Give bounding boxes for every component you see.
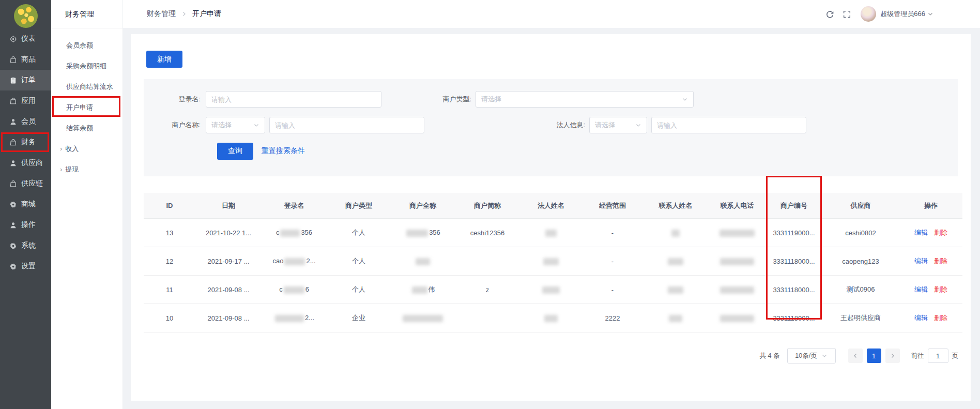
redacted-blur [545,230,557,237]
table-cell [520,304,582,332]
table-cell [643,276,708,304]
page-number-1[interactable]: 1 [867,349,881,363]
submenu-item-account-opening[interactable]: 开户申请 [51,97,122,118]
row-actions-cell: 编辑删除 [899,276,962,304]
user-avatar[interactable] [861,6,876,22]
merchant-type-placeholder: 请选择 [481,95,501,104]
column-header: 商户全称 [391,193,455,219]
sidebar-item-finance[interactable]: 财务 [0,132,51,153]
add-button[interactable]: 新增 [146,51,182,68]
chevron-down-icon [821,353,828,359]
submenu-item-supplier-settlement-flow[interactable]: 供应商结算流水 [51,77,122,97]
table-cell: c356 [262,219,327,247]
pagination: 共 4 条 10条/页 1 前往 页 [143,348,958,363]
person-icon [9,118,17,126]
edit-link[interactable]: 编辑 [914,285,928,293]
refresh-icon[interactable] [825,10,834,19]
table-cell: ceshi0802 [822,219,899,247]
goto-label: 前往 [911,352,924,360]
person-icon [9,221,17,229]
table-cell [708,247,766,276]
legal-info-select[interactable]: 请选择 [589,117,647,133]
bag-icon [9,56,17,64]
submenu-item-purchase-balance-detail[interactable]: 采购余额明细 [51,56,122,77]
login-name-input[interactable] [206,91,381,108]
delete-link[interactable]: 删除 [934,314,947,322]
reset-search-link[interactable]: 重置搜索条件 [262,146,305,156]
search-button[interactable]: 查询 [217,143,253,160]
redacted-blur [671,230,680,237]
user-menu[interactable]: 超级管理员666 [880,9,933,19]
dashboard-icon [9,35,17,43]
submenu-item-label: 开户申请 [66,103,93,111]
table-row: 112021-09-08 ...c6个人伟z-3331118000...测试09… [144,276,962,304]
breadcrumb-item-finance[interactable]: 财务管理 [147,9,176,19]
sidebar-item-supplier[interactable]: 供应商 [0,153,51,173]
merchant-name-input[interactable] [269,117,424,133]
sidebar-item-goods[interactable]: 商品 [0,49,51,70]
sidebar-item-settings[interactable]: 设置 [0,256,51,277]
submenu-item-withdraw[interactable]: ›提现 [51,159,122,180]
fullscreen-icon[interactable] [843,10,851,19]
sidebar-item-apps[interactable]: 应用 [0,90,51,111]
content-card: 新增 登录名: 商户类型: 请选择 商户名称: [131,34,971,401]
app-logo-avatar[interactable] [14,4,38,28]
table-cell [455,304,520,332]
sidebar-item-dashboard[interactable]: 仪表 [0,28,51,49]
sidebar-item-mall[interactable]: 商城 [0,194,51,215]
edit-link[interactable]: 编辑 [914,314,928,322]
sidebar-item-label: 商品 [21,55,36,64]
gear-icon [9,242,17,250]
submenu-item-income[interactable]: ›收入 [51,139,122,159]
edit-link[interactable]: 编辑 [914,229,928,236]
secondary-nav: 会员余额采购余额明细供应商结算流水开户申请结算余额›收入›提现 [51,28,122,180]
delete-link[interactable]: 删除 [934,285,947,293]
next-page-button[interactable] [885,349,900,363]
delete-link[interactable]: 删除 [934,257,947,265]
table-cell: 2021-09-08 ... [195,304,262,332]
main-area: 财务管理 开户申请 超级管理员666 [123,0,980,409]
table-cell: 11 [144,276,195,304]
search-filter-panel: 登录名: 商户类型: 请选择 商户名称: 请选择 [144,79,958,176]
redacted-blur [403,315,443,322]
table-cell [520,276,582,304]
column-header: 登录名 [262,193,327,219]
column-header: 操作 [899,193,962,219]
page-size-select[interactable]: 10条/页 [787,348,836,363]
submenu-item-label: 收入 [65,145,79,153]
merchant-name-select[interactable]: 请选择 [206,117,265,133]
sidebar-item-operations[interactable]: 操作 [0,215,51,235]
applications-table: ID日期登录名商户类型商户全称商户简称法人姓名经营范围联系人姓名联系人电话商户编… [144,193,962,332]
redacted-blur [543,258,559,265]
sidebar-item-supply-chain[interactable]: 供应链 [0,173,51,194]
prev-page-button[interactable] [848,349,863,363]
goto-page-input[interactable] [928,349,948,363]
sidebar-item-label: 商城 [21,200,36,209]
submenu-item-label: 采购余额明细 [66,62,106,70]
table-cell: - [582,276,643,304]
redacted-blur [280,230,300,237]
table-row: 102021-09-08 ...2...企业22223331118000...王… [144,304,962,332]
delete-link[interactable]: 删除 [934,229,947,236]
table-cell: 3331118000... [766,247,822,276]
legal-info-input[interactable] [651,117,806,133]
chevron-down-icon [927,11,933,17]
sidebar-item-system[interactable]: 系统 [0,235,51,256]
sidebar-item-members[interactable]: 会员 [0,111,51,132]
submenu-item-settlement-balance[interactable]: 结算余额 [51,118,122,139]
column-header: 商户编号 [766,193,822,219]
submenu-item-member-balance[interactable]: 会员余额 [51,35,122,56]
redacted-blur [542,286,560,294]
redacted-blur [668,258,683,265]
bag-icon [9,139,17,146]
table-cell: caopeng123 [822,247,899,276]
column-header: ID [144,193,195,219]
sidebar-item-orders[interactable]: 订单 [0,70,51,90]
merchant-type-select[interactable]: 请选择 [476,91,694,108]
page-size-value: 10条/页 [795,352,817,360]
total-count-label: 共 4 条 [760,352,780,360]
primary-sidebar: 仪表商品订单应用会员财务供应商供应链商城操作系统设置 [0,0,51,409]
edit-link[interactable]: 编辑 [914,257,928,265]
row-actions-cell: 编辑删除 [899,219,962,247]
sidebar-item-label: 应用 [21,96,36,105]
